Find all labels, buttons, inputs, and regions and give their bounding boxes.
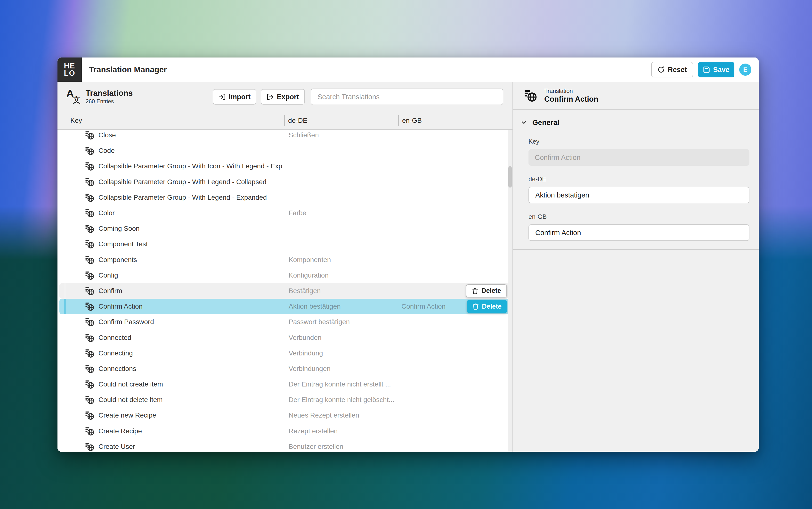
import-button[interactable]: Import [213,89,256,105]
table-row[interactable]: Confirm Password Passwort bestätigen [60,314,509,330]
table-row[interactable]: Component Test [60,236,509,252]
row-key: Confirm [99,287,122,295]
row-key: Create Recipe [99,427,142,435]
key-field [528,149,749,166]
logo-line-1: HE [64,62,75,70]
table-row[interactable]: Create Recipe Rezept erstellen [60,423,509,439]
panel-divider [513,249,758,250]
en-gb-field-label: en-GB [528,213,749,220]
export-button[interactable]: Export [261,89,305,105]
translation-entry-icon [85,130,95,140]
table-row[interactable]: Confirm Action Aktion bestätigen Confirm… [60,299,509,314]
translation-entry-icon [85,426,95,436]
row-delete-button[interactable]: Delete [466,284,507,298]
translation-entry-icon [85,193,95,202]
translation-entry-icon [85,442,95,451]
row-de-de-value: Neues Rezept erstellen [289,411,359,419]
titlebar: HE LO Translation Manager Reset [58,58,758,82]
key-field-label: Key [528,138,749,145]
save-button[interactable]: Save [698,62,734,77]
key-field-group: Key [528,138,749,166]
user-avatar[interactable]: E [739,64,751,76]
row-de-de-value: Der Eintrag konnte nicht erstellt ... [289,380,391,388]
reset-icon [658,66,665,73]
table-row[interactable]: Connections Verbindungen [60,361,509,377]
translation-entry-icon [85,379,95,389]
translations-count: 260 Entries [85,98,133,105]
row-key: Components [99,256,137,264]
row-key: Code [99,147,115,155]
table-row[interactable]: Components Komponenten [60,252,509,268]
titlebar-actions: Reset Save E [651,62,758,77]
general-section-header[interactable]: General [513,110,758,127]
row-de-de-value: Bestätigen [289,287,321,295]
row-de-de-value: Benutzer erstellen [289,443,344,450]
translation-entry-icon [85,364,95,374]
table-row[interactable]: Could not create item Der Eintrag konnte… [60,377,509,392]
helo-logo: HE LO [58,58,82,82]
panel-type-label: Translation [544,87,598,95]
row-en-gb-value: Confirm Action [401,303,446,310]
scrollbar-track[interactable] [507,130,513,452]
row-de-de-value: Konfiguration [289,271,329,279]
translation-entry-icon [85,208,95,218]
translation-entry-icon [85,271,95,280]
table-row[interactable]: Code [60,143,509,159]
de-de-field[interactable] [528,187,749,203]
panel-header: Translation Confirm Action [513,82,758,110]
row-delete-button[interactable]: Delete [467,300,507,313]
row-de-de-value: Der Eintrag konnte nicht gelöscht... [289,396,394,404]
scrollbar-thumb[interactable] [508,166,512,188]
export-label: Export [277,93,299,101]
row-key: Component Test [99,240,148,248]
reset-button[interactable]: Reset [651,62,693,77]
general-section-label: General [532,118,560,127]
table-row[interactable]: Color Farbe [60,205,509,221]
row-key: Could not create item [99,380,163,388]
column-header-key[interactable]: Key [58,112,284,129]
delete-label: Delete [482,287,501,295]
column-header-en-gb[interactable]: en-GB [398,112,513,129]
reset-label: Reset [668,66,687,74]
translation-entry-icon [85,161,95,171]
table-row[interactable]: Could not delete item Der Eintrag konnte… [60,392,509,408]
row-de-de-value: Farbe [289,209,306,217]
table-row[interactable]: Close Schließen [60,130,509,143]
save-icon [703,66,710,73]
translations-heading: Translations 260 Entries [85,89,133,105]
de-de-field-group: de-DE [528,175,749,203]
table-row[interactable]: Create User Benutzer erstellen [60,439,509,452]
table-row[interactable]: Collapsible Parameter Group - With Icon … [60,159,509,174]
panel-title: Confirm Action [544,95,598,104]
main-area: A文 Translations 260 Entries Impo [58,82,758,452]
row-key: Could not delete item [99,396,163,404]
row-key: Config [99,271,118,279]
translation-form: Key de-DE en-GB [513,127,749,241]
row-de-de-value: Komponenten [289,256,331,264]
app-title: Translation Manager [89,65,167,74]
row-key: Confirm Password [99,318,154,326]
table-row[interactable]: Coming Soon [60,221,509,236]
translation-entry-icon [85,395,95,405]
row-de-de-value: Verbindung [289,349,323,357]
search-input[interactable] [311,89,503,105]
tree-guide-line [65,130,65,452]
table-row[interactable]: Connecting Verbindung [60,345,509,361]
table-row[interactable]: Collapsible Parameter Group - With Legen… [60,190,509,205]
row-key: Collapsible Parameter Group - With Legen… [99,178,267,186]
table-row[interactable]: Create new Recipe Neues Rezept erstellen [60,408,509,423]
translation-entry-icon [85,286,95,296]
table-row[interactable]: Confirm Bestätigen Delete [60,283,509,299]
delete-label: Delete [482,303,501,310]
translation-entry-icon [85,333,95,343]
table-row[interactable]: Config Konfiguration [60,268,509,283]
table-row[interactable]: Collapsible Parameter Group - With Legen… [60,174,509,190]
en-gb-field[interactable] [528,225,749,241]
translation-entry-icon [85,239,95,249]
row-key: Connections [99,365,136,373]
table-row[interactable]: Connected Verbunden [60,330,509,345]
de-de-field-label: de-DE [528,175,749,183]
translations-title: Translations [85,89,133,98]
column-header-de-de[interactable]: de-DE [284,112,398,129]
import-icon [218,93,226,100]
